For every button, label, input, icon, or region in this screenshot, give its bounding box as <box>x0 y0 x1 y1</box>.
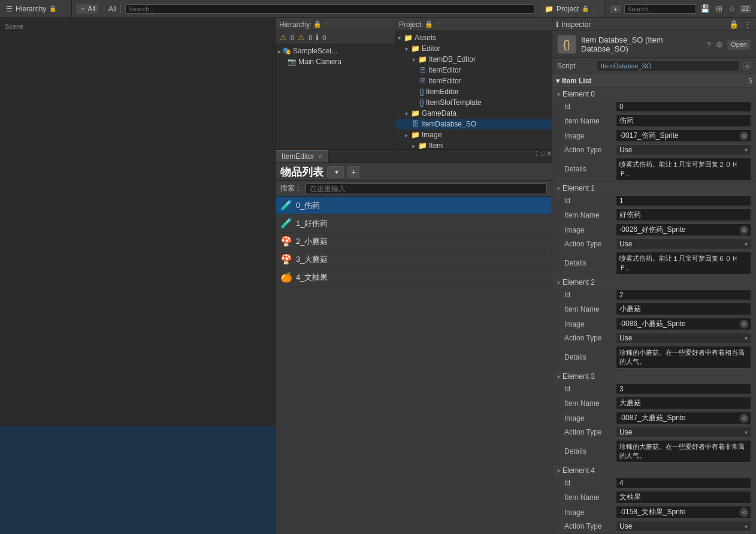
tab-close-btn[interactable]: ✕ <box>317 153 322 160</box>
folder-icon: 📁 <box>545 5 554 13</box>
tab-close-all-btn[interactable]: ✕ <box>546 150 552 162</box>
editor-folder[interactable]: ▾ 📁 Editor <box>395 43 552 54</box>
name-value-2[interactable]: 小蘑菇 <box>616 303 751 315</box>
itemeditor1[interactable]: 🖹 ItemEditor <box>395 65 552 76</box>
open-btn[interactable]: Open <box>727 39 751 50</box>
image-row-0: Image ·0017_伤药_Sprite ◎ <box>552 128 756 143</box>
action-value-2[interactable]: Use ▾ <box>616 333 751 343</box>
scene-view: Scene <box>0 18 276 534</box>
details-value-2[interactable]: 珍稀的小蘑菇。在一些爱好者中有着相当高的人气。 <box>616 346 751 369</box>
itemdb-folder[interactable]: ▾ 📁 ItemDB_Editor <box>395 54 552 65</box>
name-label-2: Item Name <box>564 305 612 313</box>
details-row-2: Details 珍稀的小蘑菇。在一些爱好者中有着相当高的人气。 <box>552 345 756 370</box>
itemslot[interactable]: {} ItemSlotTemplate <box>395 97 552 108</box>
id-value-0[interactable]: 0 <box>616 101 751 112</box>
add-item-btn[interactable]: + <box>347 166 359 178</box>
tab-maximize-btn[interactable]: □ <box>541 150 545 162</box>
script-circle-btn[interactable]: ◎ <box>743 62 751 70</box>
project-menu-icon[interactable]: ⋮ <box>592 5 598 12</box>
image-value-3[interactable]: ·0087_大蘑菇_Sprite ◎ <box>616 412 751 424</box>
name-value-3[interactable]: 大蘑菇 <box>616 397 751 409</box>
action-value-3[interactable]: Use ▾ <box>616 427 751 438</box>
image-value-4[interactable]: ·0158_文柚果_Sprite ◎ <box>616 506 751 518</box>
info-count: 0 <box>322 34 326 41</box>
name-value-4[interactable]: 文柚果 <box>616 491 751 503</box>
tab-menu-btn[interactable]: ⋮ <box>533 150 540 162</box>
item-name-1: 1_好伤药 <box>296 218 328 229</box>
details-value-0[interactable]: 喷雾式伤药。能让１只宝可梦回复２０ＨＰ。 <box>616 158 751 180</box>
name-row-2: Item Name 小蘑菇 <box>552 301 756 316</box>
save-icon[interactable]: 💾 <box>698 3 712 14</box>
image-circle-1[interactable]: ◎ <box>740 226 748 234</box>
action-row-4: Action Type Use ▾ <box>552 520 756 533</box>
id-value-3[interactable]: 3 <box>616 384 751 394</box>
item-folder[interactable]: ▸ 📁 Item <box>395 140 552 149</box>
hierarchy-dots-icon[interactable]: ⋮ <box>323 20 330 28</box>
image-folder[interactable]: ▸ 📁 Image <box>395 129 552 140</box>
action-value-1[interactable]: Use ▾ <box>616 239 751 249</box>
project-search-input[interactable] <box>624 4 696 14</box>
item-editor-tab[interactable]: ItemEditor ✕ <box>276 150 329 162</box>
itemeditor3[interactable]: {} ItemEditor <box>395 86 552 97</box>
star-icon[interactable]: ☆ <box>727 3 737 14</box>
gamedata-folder-icon: 📁 <box>411 109 420 117</box>
image-circle-0[interactable]: ◎ <box>740 132 748 140</box>
inspector-lock-btn[interactable]: 🔒 <box>728 19 740 30</box>
id-value-2[interactable]: 2 <box>616 289 751 300</box>
element-label-3: Element 3 <box>563 372 595 381</box>
element-header-4[interactable]: ▾ Element 4 <box>552 464 756 476</box>
name-value-1[interactable]: 好伤药 <box>616 209 751 221</box>
element-header-3[interactable]: ▾ Element 3 <box>552 370 756 382</box>
details-value-3[interactable]: 珍稀的大蘑菇。在一些爱好者中有着非常高的人气。 <box>616 440 751 463</box>
image-value-0[interactable]: ·0017_伤药_Sprite ◎ <box>616 129 751 142</box>
project-dots-icon[interactable]: ⋮ <box>435 20 441 28</box>
obj-actions: ? ⚙ Open <box>706 39 751 50</box>
settings-btn[interactable]: ⚙ <box>715 39 724 50</box>
image-circle-4[interactable]: ◎ <box>740 508 748 517</box>
scene-item[interactable]: ▸ 🎭 SampleScei... <box>276 46 395 56</box>
item-search-input[interactable] <box>306 183 547 194</box>
hierarchy-menu-icon[interactable]: ⋮ <box>59 5 65 12</box>
element-header-1[interactable]: ▾ Element 1 <box>552 182 756 194</box>
id-value-1[interactable]: 1 <box>616 195 751 206</box>
element-arrow-4: ▾ <box>557 467 560 474</box>
project-lock-icon2[interactable]: 🔒 <box>425 20 433 28</box>
elements-container: ▾ Element 0 Id 0 Item Name 伤药 Image ·001… <box>552 88 756 533</box>
element-header-0[interactable]: ▾ Element 0 <box>552 88 756 100</box>
inspector-menu-btn[interactable]: ⋮ <box>742 19 752 30</box>
item-row-0[interactable]: 🧪 0_伤药 <box>276 197 552 215</box>
details-value-1[interactable]: 喷雾式伤药。能让１只宝可梦回复６０ＨＰ。 <box>616 252 751 274</box>
hierarchy-tab[interactable]: ☰ Hierarchy 🔒 ⋮ <box>0 0 72 17</box>
hierarchy-lock-icon2[interactable]: 🔒 <box>313 20 322 28</box>
itemeditor2[interactable]: 🖹 ItemEditor <box>395 76 552 86</box>
element-arrow-2: ▾ <box>557 279 560 286</box>
camera-item[interactable]: 📷 Main Camera <box>276 56 395 67</box>
global-search-input[interactable] <box>125 4 535 14</box>
image-value-2[interactable]: ·0086_小蘑菇_Sprite ◎ <box>616 318 751 330</box>
layout-icon[interactable]: ⊞ <box>714 3 724 14</box>
assets-item[interactable]: ▾ 📁 Assets <box>395 32 552 43</box>
gamedata-folder[interactable]: ▾ 📁 GameData <box>395 108 552 119</box>
id-value-4[interactable]: 4 <box>616 478 751 488</box>
element-block-1: ▾ Element 1 Id 1 Item Name 好伤药 Image ·00… <box>552 182 756 276</box>
item-row-1[interactable]: 🧪 1_好伤药 <box>276 215 552 233</box>
plus-all-button[interactable]: ＋ All <box>75 3 99 14</box>
image-circle-3[interactable]: ◎ <box>740 414 748 423</box>
item-row-2[interactable]: 🍄 2_小蘑菇 <box>276 233 552 251</box>
item-folder-icon: 📁 <box>418 141 427 149</box>
item-row-4[interactable]: 🍊 4_文柚果 <box>276 268 552 286</box>
create-btn[interactable]: + <box>609 4 621 14</box>
project-tab[interactable]: 📁 Project 🔒 ⋮ <box>539 0 604 17</box>
image-value-1[interactable]: ·0026_好伤药_Sprite ◎ <box>616 224 751 236</box>
category-dropdown[interactable]: ▾ <box>327 166 344 178</box>
action-row-0: Action Type Use ▾ <box>552 143 756 156</box>
item-row-3[interactable]: 🍄 3_大蘑菇 <box>276 251 552 268</box>
action-value-0[interactable]: Use ▾ <box>616 144 751 155</box>
image-circle-2[interactable]: ◎ <box>740 320 748 328</box>
hierarchy-tab-label: Hierarchy <box>16 5 46 13</box>
itemdatabse-so[interactable]: 🗄 ItemDatabse_SO <box>395 119 552 129</box>
action-value-4[interactable]: Use ▾ <box>616 521 751 532</box>
name-value-0[interactable]: 伤药 <box>616 114 751 127</box>
element-header-2[interactable]: ▾ Element 2 <box>552 276 756 288</box>
help-btn[interactable]: ? <box>706 39 712 50</box>
